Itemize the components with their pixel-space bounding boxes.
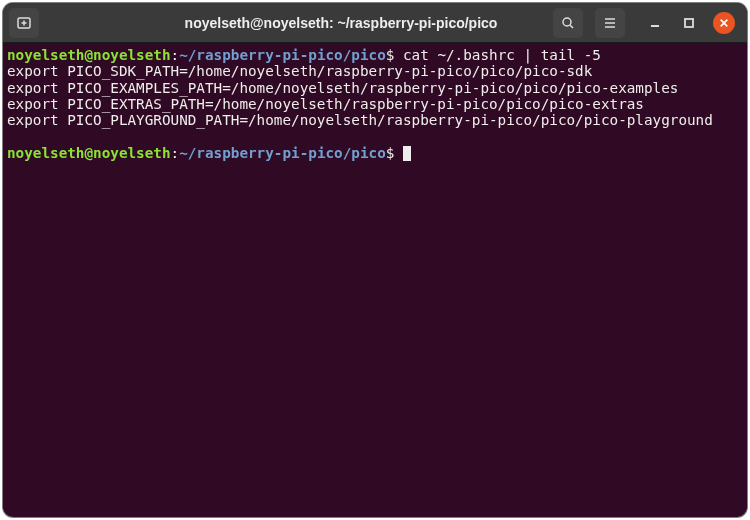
maximize-button[interactable]	[679, 13, 699, 33]
svg-line-4	[570, 25, 573, 28]
new-tab-button[interactable]	[9, 8, 39, 38]
minimize-icon	[649, 17, 661, 29]
window-controls	[645, 12, 735, 34]
prompt-path: ~/raspberry-pi-pico/pico	[179, 47, 386, 63]
close-icon	[719, 18, 729, 28]
window-title: noyelseth@noyelseth: ~/raspberry-pi-pico…	[129, 15, 553, 31]
prompt-userhost: noyelseth@noyelseth	[7, 145, 171, 161]
prompt-colon: :	[171, 145, 180, 161]
titlebar: noyelseth@noyelseth: ~/raspberry-pi-pico…	[3, 3, 747, 43]
output-line: export PICO_SDK_PATH=/home/noyelseth/ras…	[7, 63, 743, 79]
minimize-button[interactable]	[645, 13, 665, 33]
svg-point-3	[563, 18, 571, 26]
prompt-colon: :	[171, 47, 180, 63]
output-line: export PICO_EXAMPLES_PATH=/home/noyelset…	[7, 80, 743, 96]
hamburger-icon	[602, 15, 618, 31]
svg-rect-9	[685, 19, 693, 27]
cursor	[403, 146, 411, 161]
terminal-content[interactable]: noyelseth@noyelseth:~/raspberry-pi-pico/…	[3, 43, 747, 517]
search-button[interactable]	[553, 8, 583, 38]
maximize-icon	[683, 17, 695, 29]
output-line: export PICO_EXTRAS_PATH=/home/noyelseth/…	[7, 96, 743, 112]
prompt-path: ~/raspberry-pi-pico/pico	[179, 145, 386, 161]
menu-button[interactable]	[595, 8, 625, 38]
close-button[interactable]	[713, 12, 735, 34]
prompt-line-2: noyelseth@noyelseth:~/raspberry-pi-pico/…	[7, 145, 743, 161]
new-tab-icon	[16, 15, 32, 31]
blank-line	[7, 128, 743, 144]
prompt-userhost: noyelseth@noyelseth	[7, 47, 171, 63]
terminal-window: noyelseth@noyelseth: ~/raspberry-pi-pico…	[3, 3, 747, 517]
command-text: cat ~/.bashrc | tail -5	[403, 47, 601, 63]
search-icon	[560, 15, 576, 31]
output-line: export PICO_PLAYGROUND_PATH=/home/noyels…	[7, 112, 743, 128]
prompt-line-1: noyelseth@noyelseth:~/raspberry-pi-pico/…	[7, 47, 743, 63]
titlebar-right	[553, 8, 741, 38]
titlebar-left	[9, 8, 129, 38]
